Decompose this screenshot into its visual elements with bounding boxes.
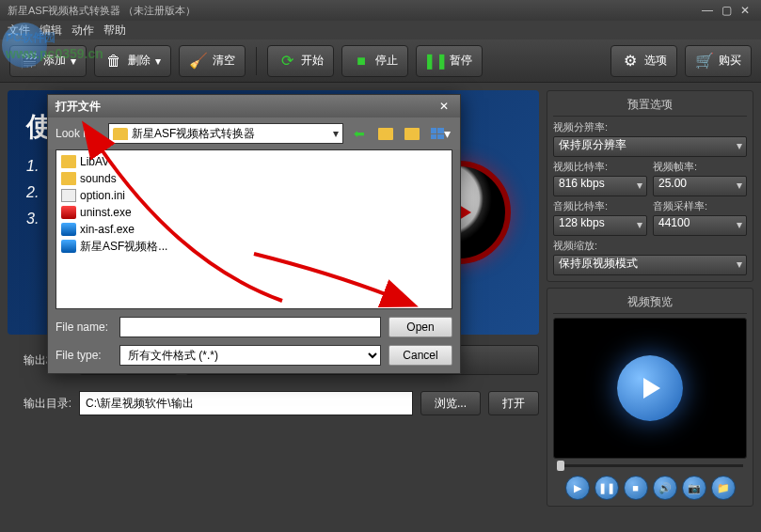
lookin-label: Look in: <box>55 127 103 140</box>
sample-rate-select[interactable]: 44100 <box>653 215 747 236</box>
resolution-select[interactable]: 保持原分辨率 <box>553 136 747 157</box>
open-file-dialog: 打开文件 ✕ Look in: 新星ASF视频格式转换器 ▾ ⬅ ▾ LibAV… <box>47 94 461 374</box>
fps-select[interactable]: 25.00 <box>653 176 747 196</box>
delete-button[interactable]: 🗑删除 ▾ <box>94 45 171 77</box>
video-bitrate-label: 视频比特率: <box>553 160 647 174</box>
scale-label: 视频缩放: <box>553 239 747 253</box>
video-preview <box>553 318 747 459</box>
file-name: 新星ASF视频格... <box>80 239 167 255</box>
player-stop-button[interactable]: ■ <box>624 476 648 500</box>
open-dir-button[interactable]: 打开 <box>488 391 539 415</box>
app-icon <box>61 223 76 236</box>
dialog-close-button[interactable]: ✕ <box>436 100 452 113</box>
minimize-button[interactable]: — <box>699 4 716 17</box>
file-name: xin-asf.exe <box>80 223 135 236</box>
menu-help[interactable]: 帮助 <box>103 23 126 39</box>
preview-panel: 视频预览 ▶ ❚❚ ■ 🔊 📷 📁 <box>547 288 753 507</box>
seek-slider[interactable] <box>553 459 747 472</box>
filetype-label: File type: <box>55 349 112 362</box>
file-name: sounds <box>80 172 117 185</box>
file-list[interactable]: LibAVsoundsoption.iniuninst.exexin-asf.e… <box>55 149 452 309</box>
stop-icon: ■ <box>352 52 371 70</box>
file-item[interactable]: uninst.exe <box>59 204 449 221</box>
close-button[interactable]: ✕ <box>737 4 753 17</box>
sample-rate-label: 音频采样率: <box>653 199 747 213</box>
dialog-title-bar: 打开文件 ✕ <box>48 95 460 117</box>
resolution-label: 视频分辨率: <box>553 120 747 134</box>
filetype-select[interactable]: 所有文件格式 (*.*) <box>119 345 381 366</box>
menu-bar: 文件 编辑 动作 帮助 <box>0 21 761 39</box>
preset-title: 预置选项 <box>553 97 747 117</box>
view-mode-button[interactable]: ▾ <box>428 123 452 144</box>
filename-label: File name: <box>55 321 112 334</box>
browse-button[interactable]: 浏览... <box>420 391 481 415</box>
delete-icon: 🗑 <box>104 52 123 70</box>
options-button[interactable]: ⚙选项 <box>610 45 677 77</box>
output-dir-row: 输出目录: 浏览... 打开 <box>8 385 539 421</box>
stop-button[interactable]: ■停止 <box>341 45 408 77</box>
open-button[interactable]: Open <box>388 317 452 337</box>
start-button[interactable]: ⟳开始 <box>267 45 334 77</box>
lookin-combo[interactable]: 新星ASF视频格式转换器 ▾ <box>108 123 343 144</box>
folder-button[interactable]: 📁 <box>711 476 736 500</box>
audio-bitrate-label: 音频比特率: <box>553 199 647 213</box>
output-dir-input[interactable] <box>79 391 413 415</box>
pause-button[interactable]: ❚❚暂停 <box>416 45 483 77</box>
window-title: 新星ASF视频格式转换器 （未注册版本） <box>8 4 697 18</box>
pause-icon: ❚❚ <box>426 52 445 70</box>
new-folder-button[interactable] <box>402 123 422 144</box>
cart-icon: 🛒 <box>695 52 714 70</box>
watermark-logo <box>2 23 47 68</box>
volume-button[interactable]: 🔊 <box>653 476 677 500</box>
file-item[interactable]: 新星ASF视频格... <box>59 238 449 255</box>
fps-label: 视频帧率: <box>653 160 747 174</box>
folder-icon <box>113 128 128 140</box>
video-bitrate-select[interactable]: 816 kbps <box>553 176 647 196</box>
file-name: option.ini <box>80 189 125 202</box>
up-folder-button[interactable] <box>375 123 396 144</box>
scale-select[interactable]: 保持原视频模式 <box>553 255 747 275</box>
toolbar: 🎬添加 ▾ 🗑删除 ▾ 🧹清空 ⟳开始 ■停止 ❚❚暂停 ⚙选项 🛒购买 <box>0 39 761 83</box>
preview-title: 视频预览 <box>553 294 747 314</box>
file-item[interactable]: LibAV <box>59 153 449 170</box>
exe-icon <box>61 206 76 219</box>
folder-icon <box>61 155 76 168</box>
folder-icon <box>61 172 76 185</box>
maximize-button[interactable]: ▢ <box>718 4 735 17</box>
title-bar: 新星ASF视频格式转换器 （未注册版本） — ▢ ✕ <box>0 0 761 21</box>
lookin-value: 新星ASF视频格式转换器 <box>132 126 255 142</box>
buy-button[interactable]: 🛒购买 <box>685 45 752 77</box>
app-icon <box>61 240 76 253</box>
player-pause-button[interactable]: ❚❚ <box>595 476 619 500</box>
output-dir-label: 输出目录: <box>8 396 71 412</box>
file-item[interactable]: option.ini <box>59 187 449 204</box>
file-item[interactable]: sounds <box>59 170 449 187</box>
file-name: uninst.exe <box>80 206 132 219</box>
chevron-down-icon: ▾ <box>333 127 339 140</box>
play-button[interactable]: ▶ <box>565 476 590 500</box>
preset-panel: 预置选项 视频分辨率: 保持原分辨率 视频比特率:816 kbps 视频帧率:2… <box>547 90 753 282</box>
menu-action[interactable]: 动作 <box>71 23 94 39</box>
audio-bitrate-select[interactable]: 128 kbps <box>553 215 647 236</box>
snapshot-button[interactable]: 📷 <box>682 476 706 500</box>
separator <box>256 47 257 75</box>
file-item[interactable]: xin-asf.exe <box>59 221 449 238</box>
filename-input[interactable] <box>119 317 381 337</box>
dialog-title: 打开文件 <box>55 99 436 115</box>
cancel-button[interactable]: Cancel <box>388 345 452 366</box>
gear-icon: ⚙ <box>621 52 640 70</box>
file-icon <box>61 189 76 202</box>
player-controls: ▶ ❚❚ ■ 🔊 📷 📁 <box>553 476 747 500</box>
clear-button[interactable]: 🧹清空 <box>179 45 246 77</box>
clear-icon: 🧹 <box>189 52 208 70</box>
play-icon <box>617 355 683 421</box>
file-name: LibAV <box>80 155 109 168</box>
back-button[interactable]: ⬅ <box>349 123 370 144</box>
start-icon: ⟳ <box>277 52 296 70</box>
